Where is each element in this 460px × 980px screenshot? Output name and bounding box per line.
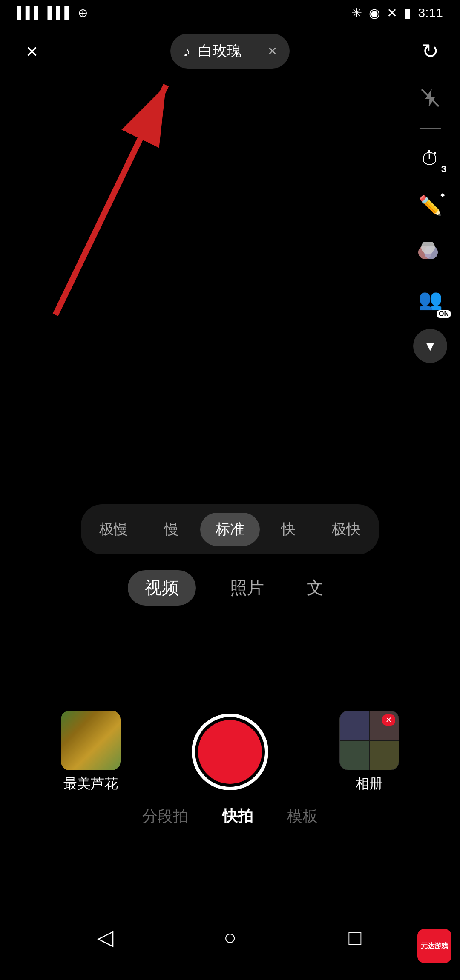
gallery-thumbnail[interactable] [61, 711, 121, 770]
signal1-icon: ▌▌▌ [17, 6, 43, 20]
music-pill[interactable]: ♪ 白玫瑰 × [170, 34, 290, 69]
sub-mode-tab-segment[interactable]: 分段拍 [142, 806, 188, 827]
close-button[interactable]: × [17, 36, 47, 66]
record-button[interactable] [192, 714, 268, 790]
mode-tab-photo[interactable]: 照片 [221, 572, 273, 604]
color-adjust-button[interactable] [413, 235, 447, 269]
arrow-annotation [0, 43, 290, 340]
record-button-inner [198, 720, 262, 784]
back-button[interactable]: ◁ [88, 920, 122, 954]
mode-tabs: 视频 照片 文 [128, 570, 332, 606]
expand-button[interactable]: ▾ [413, 329, 447, 363]
color-circles-icon [417, 242, 443, 263]
speed-item-normal[interactable]: 标准 [200, 513, 260, 546]
battery-icon: ▮ [404, 6, 411, 20]
flash-icon [420, 87, 441, 109]
watermark: 元达游戏 [417, 929, 451, 963]
speed-selector: 极慢 慢 标准 快 极快 [81, 504, 379, 554]
music-note-icon: ♪ [183, 43, 190, 60]
gallery-image [61, 711, 121, 770]
speed-item-very-fast[interactable]: 极快 [316, 513, 376, 546]
music-divider [253, 43, 253, 60]
people-icon: 👥 [418, 288, 443, 311]
timer-button[interactable]: ⏱ 3 [413, 142, 447, 176]
status-right: ✳ ◉ ✕ ▮ 3:11 [351, 6, 443, 20]
right-toolbar: ↻ ⏱ 3 ✏️ ✦ 👥 ON ▾ [413, 34, 447, 363]
record-button-wrapper [192, 714, 268, 790]
speed-item-very-slow[interactable]: 极慢 [84, 513, 144, 546]
signal3-icon: ✕ [387, 6, 397, 20]
magic-icon: ✏️ [419, 194, 442, 217]
album-cell-4 [370, 741, 399, 770]
music-close-button[interactable]: × [268, 42, 277, 60]
home-button[interactable]: ○ [213, 920, 247, 954]
album-label: 相册 [356, 774, 383, 793]
timer-icon: ⏱ [421, 148, 440, 169]
beauty-button[interactable]: 👥 ON [413, 282, 447, 316]
refresh-icon: ↻ [422, 39, 439, 63]
sub-mode-tab-quick[interactable]: 快拍 [222, 806, 253, 827]
status-left: ▌▌▌ ▌▌▌ ⊕ [17, 6, 88, 20]
mode-tab-text[interactable]: 文 [298, 572, 332, 604]
album-badge: ✕ [382, 714, 395, 726]
signal2-icon: ▌▌▌ [48, 6, 73, 20]
sub-mode-tabs: 分段拍 快拍 模板 [142, 806, 318, 827]
watermark-label: 元达游戏 [421, 942, 448, 950]
album-cell-1 [340, 711, 369, 740]
svg-line-6 [55, 85, 166, 315]
time-display: 3:11 [418, 6, 443, 20]
top-controls: × ♪ 白玫瑰 × [0, 26, 460, 77]
timer-badge: 3 [441, 164, 446, 175]
chevron-down-icon: ▾ [426, 337, 434, 355]
magic-button[interactable]: ✏️ ✦ [413, 189, 447, 223]
sub-mode-tab-template[interactable]: 模板 [287, 806, 318, 827]
album-cell-3 [340, 741, 369, 770]
gallery-label: 最美芦花 [63, 774, 118, 793]
speed-item-fast[interactable]: 快 [266, 513, 311, 546]
camera-icon: ◉ [369, 6, 380, 20]
on-badge: ON [437, 310, 451, 318]
album-thumbnail[interactable]: ✕ [339, 711, 399, 770]
toolbar-divider [420, 128, 441, 129]
flash-button[interactable] [413, 81, 447, 115]
mode-tab-video[interactable]: 视频 [128, 570, 196, 606]
watermark-logo: 元达游戏 [417, 929, 451, 963]
refresh-button[interactable]: ↻ [413, 34, 447, 68]
wifi-icon: ⊕ [78, 6, 88, 20]
bottom-area: 最美芦花 ✕ 相册 分段拍 快拍 模 [0, 711, 460, 827]
capture-row: 最美芦花 ✕ 相册 [0, 711, 460, 793]
status-bar: ▌▌▌ ▌▌▌ ⊕ ✳ ◉ ✕ ▮ 3:11 [0, 0, 460, 26]
sparkle-icon: ✦ [439, 190, 446, 200]
recent-button[interactable]: □ [338, 920, 372, 954]
bluetooth-icon: ✳ [351, 6, 362, 20]
gallery-wrapper: 最美芦花 [61, 711, 121, 793]
album-wrapper: ✕ 相册 [339, 711, 399, 793]
nav-bar: ◁ ○ □ [0, 920, 460, 954]
speed-item-slow[interactable]: 慢 [149, 513, 194, 546]
music-title: 白玫瑰 [198, 41, 242, 61]
